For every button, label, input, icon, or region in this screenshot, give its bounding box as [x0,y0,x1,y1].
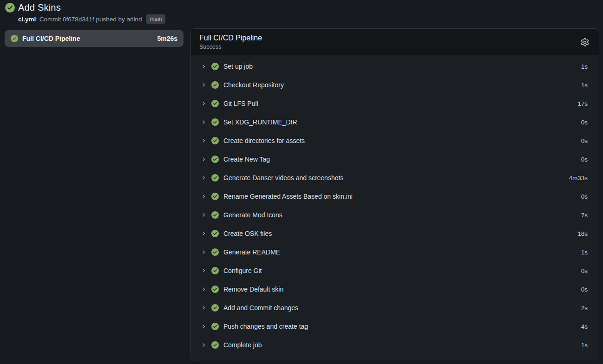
step-name: Git LFS Pull [223,100,573,107]
step-duration: 17s [577,100,588,107]
step-row[interactable]: Create New Tag 0s [191,150,599,169]
gear-icon[interactable] [580,37,590,47]
step-row[interactable]: Set up job 1s [191,57,599,76]
step-duration: 2s [581,305,588,312]
job-detail-panel: Full CI/CD Pipeline Success Se [190,28,599,361]
chevron-right-icon[interactable] [201,101,206,106]
chevron-right-icon[interactable] [201,231,206,236]
job-panel-title: Full CI/CD Pipeline [199,34,580,42]
step-duration: 4m33s [569,175,588,182]
chevron-right-icon[interactable] [201,194,206,199]
check-circle-icon [211,230,219,237]
step-row[interactable]: Remove Default skin 0s [191,280,599,299]
check-circle-icon [211,100,219,107]
check-circle-icon [211,137,219,144]
step-name: Create OSK files [223,230,573,237]
step-duration: 18s [577,230,588,237]
step-duration: 1s [581,342,588,349]
step-name: Complete job [223,341,577,349]
branch-badge[interactable]: main [146,14,165,24]
author-name[interactable]: arlind [126,16,142,23]
check-circle-icon [211,267,219,274]
chevron-right-icon[interactable] [201,268,206,273]
commit-sha-link[interactable]: 0f678d341f [63,16,94,23]
chevron-right-icon[interactable] [201,342,206,348]
chevron-right-icon[interactable] [201,305,206,311]
step-name: Set XDG_RUNTIME_DIR [223,118,577,126]
step-duration: 1s [581,249,588,256]
run-subtitle: ci.yml: Commit 0f678d341f pushed by arli… [18,14,598,24]
job-name: Full CI/CD Pipeline [22,35,153,42]
run-header: Add Skins ci.yml: Commit 0f678d341f push… [0,0,603,24]
commit-prefix-text: : Commit [36,16,63,23]
step-row[interactable]: Create OSK files 18s [191,224,599,243]
step-name: Generate Mod Icons [223,211,577,219]
workflow-file-name: ci.yml [18,16,36,23]
step-name: Push changes and create tag [223,323,577,330]
step-name: Rename Generated Assets Based on skin.in… [223,193,577,200]
jobs-sidebar: Full CI/CD Pipeline 5m26s [5,28,184,47]
step-row[interactable]: Checkout Repository 1s [191,76,599,94]
step-name: Remove Default skin [223,286,577,293]
check-circle-icon [11,35,18,42]
step-row[interactable]: Configure Git 0s [191,261,599,280]
check-circle-icon [211,211,219,219]
check-circle-icon [211,81,219,89]
check-circle-icon [211,193,219,200]
chevron-right-icon[interactable] [201,249,206,255]
job-duration: 5m26s [157,35,177,42]
step-duration: 0s [581,193,588,200]
step-row[interactable]: Git LFS Pull 17s [191,94,599,113]
chevron-right-icon[interactable] [201,175,206,181]
step-row[interactable]: Complete job 1s [191,336,599,354]
step-duration: 0s [581,267,588,274]
job-panel-header: Full CI/CD Pipeline Success [191,29,599,55]
step-name: Set up job [223,63,577,70]
step-duration: 0s [581,119,588,126]
step-name: Configure Git [223,267,577,274]
steps-list: Set up job 1s Checkout Repository 1s [191,55,599,361]
step-name: Create directories for assets [223,137,577,144]
check-circle-icon [211,323,219,330]
step-name: Checkout Repository [223,81,577,89]
check-circle-icon [5,3,15,13]
chevron-right-icon[interactable] [201,64,206,69]
chevron-right-icon[interactable] [201,138,206,143]
step-duration: 7s [581,212,588,219]
step-duration: 1s [581,82,588,89]
job-status-text: Success [199,44,580,50]
check-circle-icon [211,248,219,256]
step-row[interactable]: Generate Danser videos and screenshots 4… [191,169,599,187]
chevron-right-icon[interactable] [201,82,206,88]
chevron-right-icon[interactable] [201,286,206,292]
step-name: Add and Commit changes [223,304,577,312]
step-row[interactable]: Rename Generated Assets Based on skin.in… [191,187,599,206]
step-name: Generate Danser videos and screenshots [223,174,564,182]
run-layout: Full CI/CD Pipeline 5m26s Full CI/CD Pip… [0,28,603,361]
step-row[interactable]: Generate Mod Icons 7s [191,206,599,224]
step-row[interactable]: Set XDG_RUNTIME_DIR 0s [191,113,599,131]
step-row[interactable]: Generate README 1s [191,243,599,261]
step-row[interactable]: Add and Commit changes 2s [191,299,599,317]
check-circle-icon [211,156,219,163]
step-duration: 0s [581,286,588,293]
check-circle-icon [211,286,219,293]
step-row[interactable]: Push changes and create tag 4s [191,317,599,336]
pushed-by-text: pushed by [94,16,127,23]
chevron-right-icon[interactable] [201,324,206,329]
check-circle-icon [211,341,219,349]
chevron-right-icon[interactable] [201,212,206,218]
step-duration: 0s [581,156,588,163]
step-row[interactable]: Create directories for assets 0s [191,131,599,150]
check-circle-icon [211,63,219,70]
chevron-right-icon[interactable] [201,119,206,125]
step-duration: 1s [581,63,588,70]
step-duration: 4s [581,323,588,330]
check-circle-icon [211,174,219,182]
step-name: Create New Tag [223,156,577,163]
chevron-right-icon[interactable] [201,156,206,162]
sidebar-job-item[interactable]: Full CI/CD Pipeline 5m26s [5,30,184,47]
step-name: Generate README [223,248,577,256]
check-circle-icon [211,118,219,126]
step-duration: 0s [581,137,588,144]
